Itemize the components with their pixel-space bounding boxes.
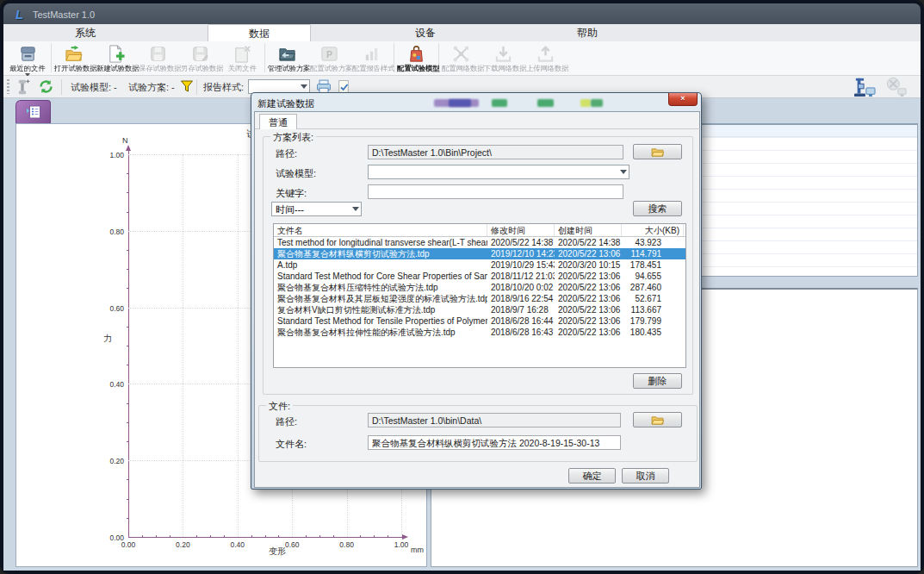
y-minor-tick xyxy=(127,269,129,270)
ribbon-button-config-model[interactable]: 配置试验模型 xyxy=(395,41,437,72)
chevron-down-icon xyxy=(301,84,307,89)
file-row[interactable]: Standard Test Method for Core Shear Prop… xyxy=(274,271,685,282)
x-minor-tick xyxy=(360,535,361,538)
svg-text:P: P xyxy=(326,48,332,59)
file-row[interactable]: 聚合物基复合材料及其层板短梁强度的标准试验方法.tdp2018/9/16 22:… xyxy=(274,293,685,304)
close-file-icon xyxy=(221,43,264,64)
ribbon-button-label: 配置试验模型 xyxy=(397,64,436,72)
network-data-icon xyxy=(440,43,482,64)
file-cell: 2020/5/22 13:06 xyxy=(555,304,622,315)
file-path-input[interactable]: D:\TestMaster 1.0\bin\Data\ xyxy=(368,413,621,427)
ribbon-button-close-file: 关闭文件 xyxy=(221,41,264,72)
file-cell: 2018/6/28 16:44 xyxy=(487,315,555,327)
tab-device[interactable]: 设备 xyxy=(374,24,477,41)
upload-icon xyxy=(524,43,567,64)
ribbon-button-open-data[interactable]: 打开试验数据 xyxy=(53,41,95,72)
chart-gridline xyxy=(183,154,183,537)
filter-funnel-icon[interactable] xyxy=(180,79,194,97)
file-cell: 179.799 xyxy=(622,315,684,327)
ribbon-button-label: 配置试验方案 xyxy=(310,64,349,72)
cancel-button[interactable]: 取消 xyxy=(622,468,669,484)
save-data-icon xyxy=(137,43,179,64)
report-style-icon xyxy=(350,43,393,64)
y-axis-unit: N xyxy=(122,136,128,145)
file-name-input[interactable]: 聚合物基复合材料纵横剪切试验方法 2020-8-19-15-30-13 xyxy=(368,435,621,450)
time-filter-combo[interactable]: 时间--- xyxy=(271,202,362,216)
file-cell: 聚合物基复合材料及其层板短梁强度的标准试验方法.tdp xyxy=(274,293,487,304)
file-cell: 2020/5/22 13:06 xyxy=(555,282,622,293)
plan-path-label: 路径: xyxy=(276,147,297,160)
y-minor-tick xyxy=(127,250,129,251)
chart-gridline xyxy=(238,154,239,537)
ribbon-button-save-as: 另存试验数据 xyxy=(179,41,221,72)
file-row[interactable]: Standard Test Method for Tensile Propert… xyxy=(274,315,685,327)
test-model-status: 试验模型: - xyxy=(71,81,117,94)
ribbon-button-new-data[interactable]: 新建试验数据 xyxy=(95,41,137,72)
download-icon xyxy=(482,43,524,64)
file-cell: 2020/5/22 13:06 xyxy=(555,293,622,304)
tab-help[interactable]: 帮助 xyxy=(536,24,639,41)
titlebar-reflection xyxy=(580,99,591,107)
report-style-label: 报告样式: xyxy=(203,81,244,94)
machine-online-icon[interactable] xyxy=(851,77,878,101)
file-row[interactable]: A.tdp2019/10/29 15:432020/3/20 10:15178.… xyxy=(274,259,685,271)
file-row[interactable]: 聚合物基复合材料拉伸性能的标准试验方法.tdp2018/6/28 16:4320… xyxy=(274,327,685,338)
x-tick-label: 0.40 xyxy=(227,540,248,549)
delete-button[interactable]: 删除 xyxy=(633,373,682,389)
app-logo-icon: L xyxy=(16,7,23,22)
plan-path-browse-button[interactable] xyxy=(633,144,682,159)
ribbon-button-label: 打开试验数据 xyxy=(54,64,93,72)
plan-list-group-title: 方案列表: xyxy=(270,131,316,144)
col-filename[interactable]: 文件名 xyxy=(274,224,487,236)
y-axis-arrow xyxy=(126,145,131,151)
file-cell: 2018/9/16 22:54 xyxy=(487,293,555,304)
search-button[interactable]: 搜索 xyxy=(633,201,682,216)
col-modified[interactable]: 修改时间 xyxy=(487,224,555,236)
file-row[interactable]: 聚合物基复合材料纵横剪切试验方法.tdp2019/12/10 14:232020… xyxy=(274,248,685,259)
file-row[interactable]: 聚合物基复合材料压缩特性的试验方法.tdp2018/10/20 0:022020… xyxy=(274,282,685,293)
y-minor-tick xyxy=(127,518,129,519)
file-cell: 2018/9/7 16:28 xyxy=(487,304,555,315)
file-row[interactable]: Test method for longitudinal transverse … xyxy=(274,237,685,248)
config-plan-icon: P xyxy=(308,43,350,64)
ok-button[interactable]: 确定 xyxy=(568,468,616,484)
y-minor-tick xyxy=(127,288,129,289)
plan-model-combo[interactable] xyxy=(368,165,629,179)
x-minor-tick xyxy=(251,535,252,538)
menu-tab-row: 系统 数据 设备 帮助 xyxy=(3,24,921,41)
keyword-input[interactable] xyxy=(368,184,623,199)
x-minor-tick xyxy=(278,535,279,538)
titlebar-reflection xyxy=(492,99,507,107)
ribbon-button-label: 管理试验方案 xyxy=(268,64,307,72)
dialog-title-bar[interactable]: 新建试验数据 xyxy=(254,95,700,110)
folder-icon xyxy=(651,147,664,157)
toolbar-grip[interactable] xyxy=(7,79,9,94)
file-cell: 2020/5/22 13:06 xyxy=(555,248,622,259)
file-cell: 2020/5/22 14:38 xyxy=(487,237,555,248)
y-minor-tick xyxy=(127,479,129,480)
tab-general[interactable]: 普通 xyxy=(259,114,297,129)
tab-data[interactable]: 数据 xyxy=(208,24,311,41)
y-minor-tick xyxy=(127,327,129,328)
chevron-down-icon xyxy=(352,207,359,211)
refresh-icon[interactable] xyxy=(38,78,54,98)
clamp-icon[interactable] xyxy=(14,78,31,99)
ribbon-button-manage-plan[interactable]: 管理试验方案 xyxy=(266,41,308,72)
plan-path-input[interactable]: D:\TestMaster 1.0\Bin\Project\ xyxy=(368,145,623,159)
ribbon-buttons: 最近的文件打开试验数据新建试验数据保存试验数据另存试验数据关闭文件管理试验方案P… xyxy=(5,41,567,76)
curve-view-tab[interactable] xyxy=(16,100,51,123)
file-cell: 复合材料V缺口剪切性能测试标准方法.tdp xyxy=(274,304,487,315)
col-created[interactable]: 创建时间 xyxy=(555,224,622,236)
file-row[interactable]: 复合材料V缺口剪切性能测试标准方法.tdp2018/9/7 16:282020/… xyxy=(274,304,685,315)
col-size[interactable]: 大小(KB) xyxy=(622,224,684,236)
ribbon-separator xyxy=(51,43,52,72)
ribbon-button-recent-files[interactable]: 最近的文件 xyxy=(5,41,50,77)
dialog-close-button[interactable]: × xyxy=(668,93,698,106)
file-group-title: 文件: xyxy=(266,400,293,413)
tab-system[interactable]: 系统 xyxy=(34,24,137,41)
titlebar-reflection xyxy=(591,99,603,107)
network-offline-icon[interactable] xyxy=(884,77,909,101)
file-table-header[interactable]: 文件名 修改时间 创建时间 大小(KB) xyxy=(274,224,685,237)
x-minor-tick xyxy=(224,535,225,538)
file-path-browse-button[interactable] xyxy=(633,412,682,427)
